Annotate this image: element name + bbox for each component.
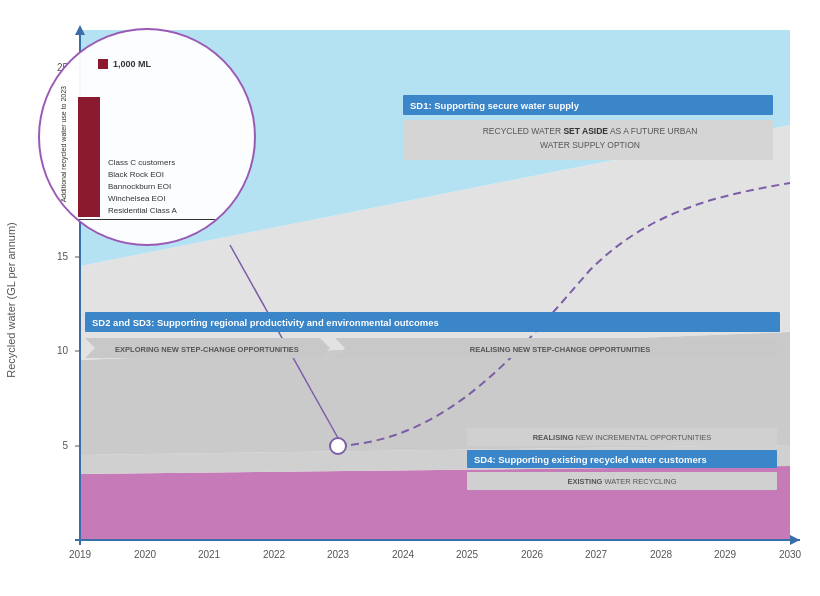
svg-text:2020: 2020 xyxy=(134,549,157,560)
incremental-label: REALISING NEW INCREMENTAL OPPORTUNITIES xyxy=(533,433,712,442)
svg-text:2030: 2030 xyxy=(779,549,802,560)
set-aside-text2: WATER SUPPLY OPTION xyxy=(540,140,640,150)
existing-label: EXISTING WATER RECYCLING xyxy=(567,477,676,486)
svg-text:2019: 2019 xyxy=(69,549,92,560)
sd1-label: SD1: Supporting secure water supply xyxy=(410,100,580,111)
realising-label: REALISING NEW STEP-CHANGE OPPORTUNITIES xyxy=(470,345,650,354)
svg-text:2028: 2028 xyxy=(650,549,673,560)
svg-text:2021: 2021 xyxy=(198,549,221,560)
svg-text:2026: 2026 xyxy=(521,549,544,560)
callout-dot xyxy=(330,438,346,454)
svg-text:2022: 2022 xyxy=(263,549,286,560)
callout-axis-label: Additional recycled water use to 2023 xyxy=(60,86,74,202)
sd4-label: SD4: Supporting existing recycled water … xyxy=(474,454,707,465)
callout-item-4: Winchelsea EOI xyxy=(108,194,177,203)
callout-bar xyxy=(78,97,100,217)
callout-x-axis xyxy=(78,219,228,220)
ml-indicator xyxy=(98,59,108,69)
callout-item-5: Residential Class A xyxy=(108,206,177,215)
svg-text:2025: 2025 xyxy=(456,549,479,560)
callout-item-3: Bannockburn EOI xyxy=(108,182,177,191)
svg-text:2027: 2027 xyxy=(585,549,608,560)
svg-text:2024: 2024 xyxy=(392,549,415,560)
callout-bubble: 1,000 ML Additional recycled water use t… xyxy=(38,28,256,246)
callout-item-1: Class C customers xyxy=(108,158,177,167)
chart-container: 5 10 15 20 25 2019 2020 2021 2022 2023 2… xyxy=(0,0,820,596)
y-axis-label: Recycled water (GL per annum) xyxy=(5,222,17,378)
callout-item-2: Black Rock EOI xyxy=(108,170,177,179)
svg-text:2023: 2023 xyxy=(327,549,350,560)
svg-text:15: 15 xyxy=(57,251,69,262)
ml-label: 1,000 ML xyxy=(113,59,151,69)
svg-text:5: 5 xyxy=(62,440,68,451)
svg-text:2029: 2029 xyxy=(714,549,737,560)
exploring-label: EXPLORING NEW STEP-CHANGE OPPORTUNITIES xyxy=(115,345,299,354)
svg-text:10: 10 xyxy=(57,345,69,356)
sd23-label: SD2 and SD3: Supporting regional product… xyxy=(92,317,439,328)
set-aside-text1: RECYCLED WATER SET ASIDE AS A FUTURE URB… xyxy=(483,126,698,136)
